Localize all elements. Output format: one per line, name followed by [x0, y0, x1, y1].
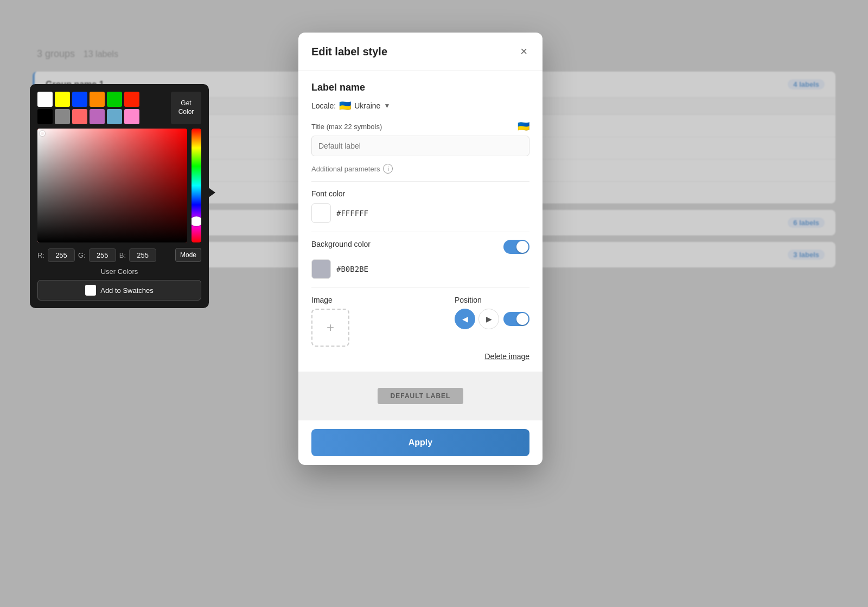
font-color-row[interactable]: #FFFFFF: [311, 203, 529, 223]
title-field-label: Title (max 22 symbols) 🇺🇦: [311, 120, 529, 132]
color-picker-popup: Get Color R: G: B: Mode User Colors Add: [30, 84, 209, 308]
plus-icon: +: [327, 320, 334, 335]
swatch-red[interactable]: [124, 92, 139, 107]
additional-params: Additional parameters i: [311, 164, 529, 174]
g-label: G:: [78, 251, 86, 259]
rgb-row: R: G: B: Mode: [37, 248, 201, 262]
swatch-green[interactable]: [107, 92, 122, 107]
position-controls: ◀ ▶: [455, 309, 529, 329]
gradient-cursor: [40, 131, 45, 136]
add-to-swatches-button[interactable]: Add to Swatches: [37, 280, 201, 301]
background-color-hex: #B0B2BE: [336, 265, 368, 273]
gradient-canvas[interactable]: [37, 129, 187, 242]
background-color-swatch[interactable]: [311, 259, 331, 279]
r-label: R:: [37, 251, 44, 259]
swatch-pink[interactable]: [72, 109, 87, 124]
divider-3: [311, 287, 529, 288]
position-right-button[interactable]: ▶: [478, 309, 499, 329]
close-button[interactable]: ×: [518, 43, 529, 60]
swatch-blue[interactable]: [72, 92, 87, 107]
background-color-label: Background color: [311, 240, 371, 248]
title-input[interactable]: [311, 136, 529, 156]
bg-color-toggle-row: Background color: [311, 240, 529, 254]
swatch-black[interactable]: [37, 109, 53, 124]
position-toggle[interactable]: [503, 312, 529, 326]
locale-label: Locale:: [311, 101, 336, 110]
image-label: Image: [311, 296, 349, 304]
g-input[interactable]: [89, 248, 116, 262]
delete-image-link[interactable]: Delete image: [311, 352, 529, 361]
b-label: B:: [119, 251, 126, 259]
modal-body: Label name Locale: 🇺🇦 Ukraine ▼ Title (m…: [298, 71, 542, 372]
gradient-section: [37, 129, 201, 242]
swatch-yellow[interactable]: [55, 92, 70, 107]
info-icon: i: [383, 164, 393, 174]
swatch-row-1: [37, 92, 139, 107]
preview-area: DEFAULT LABEL: [298, 372, 542, 420]
font-color-section: Font color #FFFFFF: [311, 189, 529, 223]
swatch-white[interactable]: [37, 92, 53, 107]
r-input[interactable]: [48, 248, 75, 262]
swatch-row-2: [37, 109, 139, 124]
swatch-gray[interactable]: [55, 109, 70, 124]
get-color-button[interactable]: Get Color: [171, 92, 201, 124]
image-position-row: Image + Position ◀ ▶: [311, 296, 529, 347]
divider-2: [311, 232, 529, 232]
section-label-name: Label name: [311, 82, 529, 93]
font-color-swatch[interactable]: [311, 203, 331, 223]
edit-label-modal: Edit label style × Label name Locale: 🇺🇦…: [298, 33, 542, 465]
hue-thumb: [192, 216, 201, 226]
swatch-preview: [85, 285, 96, 296]
preview-label: DEFAULT LABEL: [378, 388, 464, 404]
b-input[interactable]: [129, 248, 156, 262]
image-column: Image +: [311, 296, 349, 347]
picker-arrow: [208, 187, 215, 198]
apply-button[interactable]: Apply: [311, 429, 529, 456]
add-to-swatches-label: Add to Swatches: [100, 286, 154, 295]
swatch-rose[interactable]: [124, 109, 139, 124]
divider-1: [311, 181, 529, 182]
modal-header: Edit label style ×: [298, 33, 542, 71]
swatches-grid: [37, 92, 139, 124]
modal-title: Edit label style: [311, 46, 387, 58]
position-buttons: ◀ ▶: [455, 309, 499, 329]
position-column: Position ◀ ▶: [455, 296, 529, 329]
background-color-section: Background color #B0B2BE: [311, 240, 529, 279]
swatch-lightblue[interactable]: [107, 109, 122, 124]
swatches-container: Get Color: [37, 92, 201, 124]
position-left-button[interactable]: ◀: [455, 309, 475, 329]
chevron-down-icon: ▼: [384, 102, 390, 110]
background-color-toggle[interactable]: [503, 240, 529, 254]
locale-name: Ukraine: [354, 101, 380, 110]
field-flag: 🇺🇦: [518, 120, 529, 132]
swatch-purple[interactable]: [90, 109, 105, 124]
locale-row[interactable]: Locale: 🇺🇦 Ukraine ▼: [311, 100, 529, 112]
mode-button[interactable]: Mode: [175, 248, 201, 262]
user-colors-label: User Colors: [37, 267, 201, 276]
font-color-hex: #FFFFFF: [336, 209, 368, 218]
swatch-orange[interactable]: [90, 92, 105, 107]
locale-flag: 🇺🇦: [339, 100, 351, 112]
position-label: Position: [455, 296, 529, 304]
bg-color-row[interactable]: #B0B2BE: [311, 259, 529, 279]
image-upload-box[interactable]: +: [311, 309, 349, 347]
font-color-label: Font color: [311, 189, 529, 198]
hue-slider[interactable]: [192, 129, 201, 242]
